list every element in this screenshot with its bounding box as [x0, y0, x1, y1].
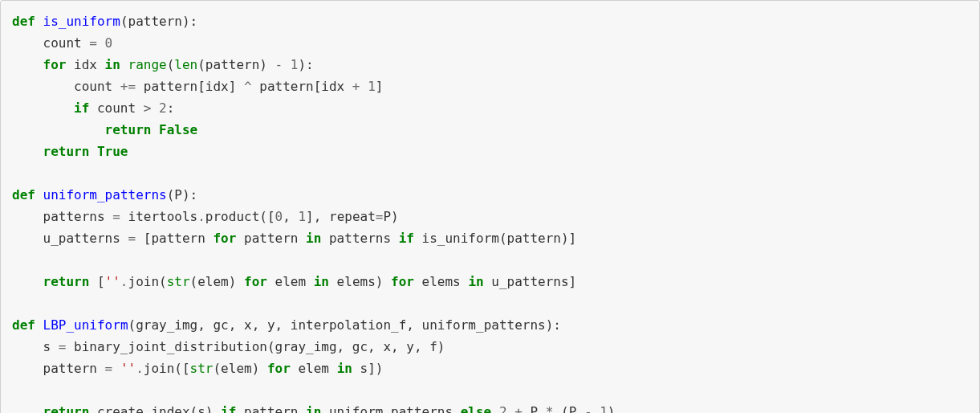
code-token: pattern[idx] — [136, 79, 244, 94]
code-token: P — [523, 404, 546, 413]
code-token: s — [12, 339, 59, 354]
code-token: . — [197, 209, 205, 224]
code-token: (P — [553, 404, 584, 413]
code-token: 1 — [298, 209, 306, 224]
code-token: in — [337, 361, 352, 376]
code-token — [97, 35, 105, 51]
code-token: '' — [120, 361, 136, 376]
code-token: for — [213, 231, 236, 246]
code-token: str — [190, 361, 213, 376]
code-token: (elem) — [190, 274, 244, 289]
code-token: : — [167, 100, 175, 116]
code-token: return — [43, 404, 90, 413]
code-token: 2 — [159, 100, 167, 116]
code-token: for — [267, 361, 291, 376]
code-token: join([ — [144, 361, 190, 376]
code-token: join( — [128, 274, 167, 289]
code-token: ^ — [244, 79, 252, 94]
code-token: ) — [608, 404, 616, 413]
code-token: str — [167, 274, 190, 289]
code-token: for — [244, 274, 267, 289]
code-token: u_patterns — [12, 231, 128, 246]
code-token: else — [461, 404, 492, 413]
code-token: def — [12, 187, 35, 202]
code-token: - — [584, 404, 592, 413]
code-token: ] — [376, 79, 384, 94]
code-token: patterns — [12, 209, 112, 224]
code-token: s]) — [352, 361, 384, 376]
code-token: * — [546, 404, 554, 413]
code-token: 1 — [368, 79, 376, 94]
code-token — [491, 404, 499, 413]
code-token: uniform_patterns — [321, 404, 460, 413]
code-token: (pattern) — [197, 57, 274, 72]
code-token — [12, 122, 105, 137]
code-token: ( — [167, 57, 175, 72]
code-token: = — [112, 209, 120, 224]
code-token — [151, 100, 159, 116]
code-token: itertools — [120, 209, 197, 224]
code-token: - — [275, 57, 283, 72]
code-token: pattern — [236, 404, 306, 413]
code-token: range — [128, 57, 167, 72]
code-token: in — [306, 404, 321, 413]
code-token: = — [376, 209, 384, 224]
code-token — [112, 361, 120, 376]
code-token: pattern — [12, 361, 105, 376]
code-token: elems — [414, 274, 468, 289]
code-token: count — [12, 35, 89, 51]
code-token: . — [120, 274, 128, 289]
code-token: idx — [66, 57, 104, 72]
code-token: += — [120, 79, 136, 94]
code-token: (P): — [167, 187, 198, 202]
code-token: uniform_patterns — [43, 187, 167, 202]
code-token: def — [12, 317, 35, 333]
code-token: [pattern — [136, 231, 213, 246]
code-token: is_uniform — [43, 14, 120, 29]
code-token: (pattern): — [120, 14, 197, 29]
code-token: elems) — [329, 274, 391, 289]
code-token: ], repeat — [306, 209, 376, 224]
code-token: in — [468, 274, 483, 289]
code-token: patterns — [321, 231, 398, 246]
code-token: if — [221, 404, 236, 413]
code-token: for — [43, 57, 67, 72]
code-content: def is_uniform(pattern): count = 0 for i… — [12, 14, 615, 413]
code-token: , — [283, 209, 298, 224]
code-token: if — [74, 100, 89, 116]
code-token: is_uniform(pattern)] — [414, 231, 576, 246]
code-token: [ — [89, 274, 104, 289]
code-token: False — [159, 122, 197, 137]
code-token: = — [105, 361, 113, 376]
code-token — [12, 144, 43, 159]
code-token: 2 — [499, 404, 507, 413]
code-token — [35, 14, 43, 29]
code-token: + — [352, 79, 360, 94]
code-token: pattern — [236, 231, 306, 246]
code-token: > — [144, 100, 152, 116]
code-token: 0 — [275, 209, 283, 224]
code-token: return — [43, 274, 90, 289]
code-token: count — [12, 79, 120, 94]
code-token: if — [399, 231, 414, 246]
code-token: + — [514, 404, 523, 413]
code-token — [507, 404, 515, 413]
code-token: binary_joint_distribution(gray_img, gc, … — [66, 339, 445, 354]
code-token: P) — [383, 209, 398, 224]
code-token — [12, 100, 74, 116]
code-token — [35, 317, 43, 333]
code-token: = — [128, 231, 136, 246]
code-token: ): — [298, 57, 313, 72]
code-token: (elem) — [213, 361, 266, 376]
code-token: u_patterns] — [484, 274, 577, 289]
code-token: True — [97, 144, 128, 159]
code-token — [12, 57, 43, 72]
code-token: in — [314, 274, 329, 289]
code-token — [283, 57, 291, 72]
code-token: elem — [267, 274, 314, 289]
code-token: create_index(s) — [89, 404, 221, 413]
code-token: return — [43, 144, 90, 159]
code-token: return — [105, 122, 152, 137]
code-token: (gray_img, gc, x, y, interpolation_f, un… — [128, 317, 561, 333]
code-token — [120, 57, 128, 72]
